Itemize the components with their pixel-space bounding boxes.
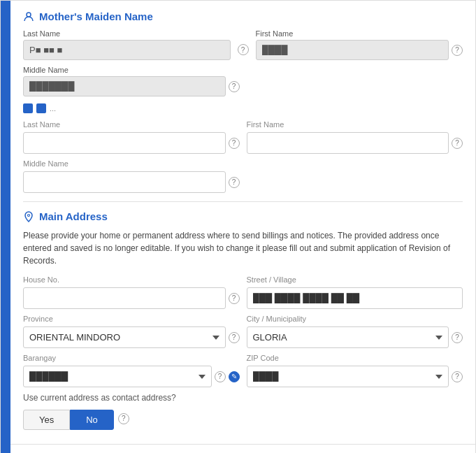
street-input[interactable] (247, 287, 463, 309)
section-divider (23, 201, 463, 202)
spouse-middle-name-label: Middle Name (23, 159, 240, 168)
main-address-section: Main Address Please provide your home or… (23, 210, 463, 430)
mothers-last-name-input[interactable] (23, 40, 231, 60)
barangay-group: Barangay ██████ ? ✎ (23, 354, 240, 387)
lock-icon-blue (23, 103, 33, 113)
address-row-2: Province ORIENTAL MINDORO ? City / Munic… (23, 315, 463, 348)
spouse-middle-row: Middle Name ? (23, 159, 463, 193)
mothers-middle-spacer (247, 66, 463, 96)
house-no-input[interactable] (23, 287, 226, 309)
mothers-first-hint-icon[interactable]: ? (452, 45, 463, 56)
street-group: Street / Village (247, 275, 463, 309)
spouse-name-row: Last Name ? First Name ? (23, 120, 463, 154)
city-select[interactable]: GLORIA (247, 326, 449, 348)
footer-bar: Cancel Apply Changes (10, 444, 475, 453)
spouse-first-name-group: First Name ? (247, 120, 463, 154)
province-label: Province (23, 315, 240, 323)
zip-group: ZIP Code ████ ? (247, 354, 463, 387)
house-no-hint[interactable]: ? (229, 293, 240, 304)
spouse-last-name-label: Last Name (23, 120, 240, 129)
street-label: Street / Village (247, 275, 463, 284)
person-icon (23, 11, 34, 22)
yes-button[interactable]: Yes (23, 410, 70, 430)
mothers-first-name-input[interactable] (256, 40, 449, 60)
spouse-middle-name-input[interactable] (23, 171, 226, 193)
mothers-middle-row: Middle Name ? (23, 66, 463, 96)
lock-label: ... (50, 104, 56, 113)
svg-point-1 (28, 214, 30, 216)
barangay-hint[interactable]: ? (215, 371, 226, 382)
barangay-label: Barangay (23, 354, 240, 362)
spouse-first-hint-icon[interactable]: ? (452, 138, 463, 149)
zip-label: ZIP Code (247, 354, 463, 362)
mothers-middle-name-label: Middle Name (23, 66, 240, 74)
mothers-maiden-title: Mother's Maiden Name (39, 10, 153, 22)
address-description: Please provide your home or permanent ad… (23, 229, 463, 267)
zip-select[interactable]: ████ (247, 366, 449, 387)
spouse-last-name-input[interactable] (23, 132, 226, 154)
address-row-3: Barangay ██████ ? ✎ ZIP Code ████ (23, 354, 463, 387)
location-icon (23, 211, 34, 222)
spouse-middle-spacer (247, 159, 463, 193)
barangay-hint2[interactable]: ✎ (229, 371, 240, 382)
spouse-last-hint-icon[interactable]: ? (229, 138, 240, 149)
mothers-middle-hint-icon[interactable]: ? (229, 81, 240, 92)
city-group: City / Municipality GLORIA ? (247, 315, 463, 348)
current-address-row: Use current address as contact address? … (23, 393, 463, 430)
toggle-hint[interactable]: ? (118, 413, 129, 424)
mothers-middle-name-group: Middle Name ? (23, 66, 240, 96)
house-no-group: House No. ? (23, 275, 240, 309)
mothers-first-name-label: First Name (256, 29, 463, 38)
spouse-middle-hint-icon[interactable]: ? (229, 177, 240, 188)
barangay-select[interactable]: ██████ (23, 366, 212, 387)
house-no-label: House No. (23, 275, 240, 284)
mothers-last-name-group: Last Name (23, 29, 231, 60)
main-address-header: Main Address (23, 210, 463, 222)
city-label: City / Municipality (247, 315, 463, 323)
lock-indicator-row: ... (23, 103, 463, 113)
spouse-first-name-input[interactable] (247, 132, 449, 154)
address-row-1: House No. ? Street / Village (23, 275, 463, 309)
mothers-maiden-header: Mother's Maiden Name (23, 10, 463, 22)
no-button[interactable]: No (70, 410, 114, 430)
yes-no-toggle: Yes No (23, 410, 114, 430)
spouse-section: Last Name ? First Name ? Middle Nam (23, 120, 463, 193)
mothers-maiden-filled-row: Last Name ? First Name ? (23, 29, 463, 60)
province-hint[interactable]: ? (229, 332, 240, 343)
spouse-first-name-label: First Name (247, 120, 463, 129)
zip-hint[interactable]: ? (452, 371, 463, 382)
province-group: Province ORIENTAL MINDORO ? (23, 315, 240, 348)
city-hint[interactable]: ? (452, 332, 463, 343)
mothers-middle-name-input[interactable] (23, 76, 226, 96)
mothers-first-name-group: First Name ? (256, 29, 463, 60)
spouse-middle-name-group: Middle Name ? (23, 159, 240, 193)
svg-point-0 (27, 13, 31, 17)
province-select[interactable]: ORIENTAL MINDORO (23, 326, 226, 348)
spouse-last-name-group: Last Name ? (23, 120, 240, 154)
mothers-name-hint-icon[interactable]: ? (238, 44, 249, 55)
main-address-title: Main Address (39, 210, 108, 222)
mothers-last-name-label: Last Name (23, 29, 231, 38)
current-address-label: Use current address as contact address? (23, 393, 463, 403)
lock-icon-blue2 (36, 103, 46, 113)
